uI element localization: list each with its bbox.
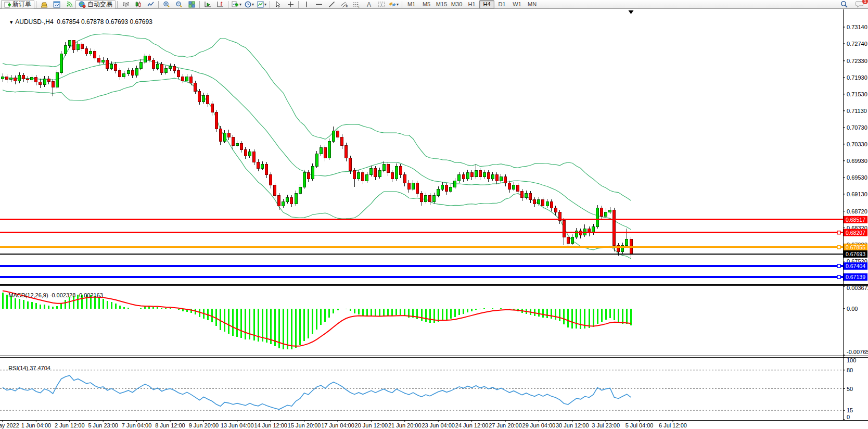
chart-window-icon [53, 1, 60, 8]
bar-chart-mode-button[interactable] [119, 0, 132, 9]
svg-text:15: 15 [847, 407, 853, 413]
bar-chart-icon [122, 1, 129, 8]
rsi-value: 37.4704 [30, 365, 50, 371]
bollinger-bands [3, 34, 631, 259]
template-icon [257, 1, 264, 8]
svg-text:50: 50 [847, 386, 853, 392]
arrows-tool-button[interactable]: ▾ [388, 0, 400, 9]
fibonacci-icon: F [353, 1, 361, 8]
svg-text:-0.007656: -0.007656 [847, 349, 868, 355]
timeframe-button-d1[interactable]: D1 [494, 0, 509, 9]
channel-icon: E [340, 1, 348, 8]
svg-text:13 Jun 04:00: 13 Jun 04:00 [221, 422, 254, 428]
close-value: 0.67693 [130, 18, 152, 26]
macd-indicator-label: MACD(12,26,9) -0.002328 -0.002163 [2, 286, 103, 305]
rsi-indicator-label: RSI(14) 37.4704 [2, 359, 50, 377]
rsi-line [3, 375, 631, 409]
crosshair-tool-button[interactable] [284, 0, 297, 9]
high-value: 0.67878 [81, 18, 104, 26]
svg-text:0.73140: 0.73140 [847, 24, 867, 30]
vertical-line-icon [304, 1, 309, 8]
search-button[interactable] [838, 0, 850, 9]
horizontal-line-tool-button[interactable] [313, 0, 325, 9]
new-order-button[interactable]: 新订单 [1, 0, 34, 9]
svg-text:29 Jun 04:00: 29 Jun 04:00 [522, 422, 556, 428]
indicators-button[interactable]: ▾ [230, 0, 243, 9]
svg-text:14 Jun 12:00: 14 Jun 12:00 [254, 422, 287, 428]
timeframe-button-w1[interactable]: W1 [509, 0, 525, 9]
timeframe-button-m1[interactable]: M1 [404, 0, 419, 9]
line-chart-mode-button[interactable] [144, 0, 157, 9]
timeframe-button-m30[interactable]: M30 [449, 0, 464, 9]
signal-waves-icon [66, 1, 73, 8]
search-icon [840, 1, 848, 8]
fibonacci-tool-button[interactable]: F [350, 0, 363, 9]
chart-shift-button[interactable] [214, 0, 226, 9]
svg-text:9 Jun 20:00: 9 Jun 20:00 [189, 422, 219, 428]
auto-scroll-button[interactable] [201, 0, 214, 9]
collapse-arrow-icon[interactable]: ▼ [9, 20, 14, 25]
chart-shift-marker[interactable] [629, 10, 634, 14]
svg-text:F: F [358, 5, 360, 8]
zoom-out-button[interactable] [173, 0, 185, 9]
charts-window-button[interactable] [50, 0, 63, 9]
text-label-tool-button[interactable]: T [375, 0, 388, 9]
trendline-tool-button[interactable] [325, 0, 338, 9]
svg-text:A: A [367, 1, 371, 8]
zoom-in-icon [163, 1, 170, 8]
horizontal-line-icon [315, 1, 323, 8]
toolbar-separator [199, 1, 200, 8]
svg-text:5 Jul 04:00: 5 Jul 04:00 [626, 422, 654, 428]
toolbar-separator [158, 1, 159, 8]
text-tool-button[interactable]: A [363, 0, 375, 9]
cursor-icon [275, 1, 281, 8]
svg-text:0: 0 [847, 414, 850, 420]
candlestick-mode-button[interactable] [132, 0, 144, 9]
svg-text:0.00: 0.00 [847, 306, 858, 312]
text-icon: A [366, 1, 372, 8]
crosshair-icon [287, 1, 294, 8]
vertical-line-tool-button[interactable] [300, 0, 313, 9]
timeframe-button-m5[interactable]: M5 [419, 0, 434, 9]
svg-text:30 May 2022: 30 May 2022 [0, 422, 19, 428]
dropdown-arrow-icon: ▾ [239, 2, 241, 7]
rsi-title: RSI(14) [8, 365, 28, 371]
templates-button[interactable]: ▾ [256, 0, 268, 9]
horizontal-level-lines[interactable] [0, 220, 843, 277]
svg-text:0.68517: 0.68517 [846, 217, 865, 223]
svg-text:24 Jun 12:00: 24 Jun 12:00 [455, 422, 489, 428]
svg-text:7 Jun 04:00: 7 Jun 04:00 [122, 422, 152, 428]
timeframe-button-mn[interactable]: MN [525, 0, 540, 9]
chat-button[interactable]: 1 [853, 0, 866, 9]
timeframe-button-h4[interactable]: H4 [479, 0, 494, 9]
cursor-tool-button[interactable] [272, 0, 284, 9]
chart-shift-icon [216, 1, 224, 8]
auto-trading-button[interactable]: 自动交易 [75, 0, 116, 9]
zoom-out-icon [175, 1, 183, 8]
svg-text:0.72740: 0.72740 [847, 41, 867, 47]
macd-title: MACD(12,26,9) [8, 292, 48, 298]
rsi-panel [0, 370, 843, 410]
chart-canvas[interactable]: 0.731400.727400.723300.719300.715300.711… [0, 0, 868, 429]
zoom-in-button[interactable] [160, 0, 173, 9]
time-axis: 30 May 20221 Jun 04:002 Jun 12:005 Jun 2… [0, 420, 687, 428]
periods-button[interactable]: ▾ [243, 0, 256, 9]
toolbar-separator [402, 1, 402, 8]
svg-text:0.003672: 0.003672 [847, 285, 868, 291]
signals-button[interactable] [63, 0, 75, 9]
add-indicator-icon [232, 1, 239, 8]
toolbar-separator [270, 1, 270, 8]
toolbar-right-group: 1 [838, 0, 866, 9]
svg-text:T: T [380, 2, 383, 7]
tile-windows-button[interactable] [185, 0, 198, 9]
svg-text:2 Jun 12:00: 2 Jun 12:00 [55, 422, 85, 428]
svg-text:80: 80 [847, 367, 853, 373]
svg-text:0.67139: 0.67139 [846, 274, 865, 280]
symbol-period-label: AUDUSD-,H4 [15, 18, 53, 26]
timeframe-button-h1[interactable]: H1 [464, 0, 479, 9]
svg-text:15 Jun 20:00: 15 Jun 20:00 [288, 422, 321, 428]
svg-text:0.70730: 0.70730 [847, 124, 867, 131]
timeframe-button-m15[interactable]: M15 [434, 0, 449, 9]
equidistant-channel-tool-button[interactable]: E [338, 0, 350, 9]
market-button[interactable] [38, 0, 50, 9]
